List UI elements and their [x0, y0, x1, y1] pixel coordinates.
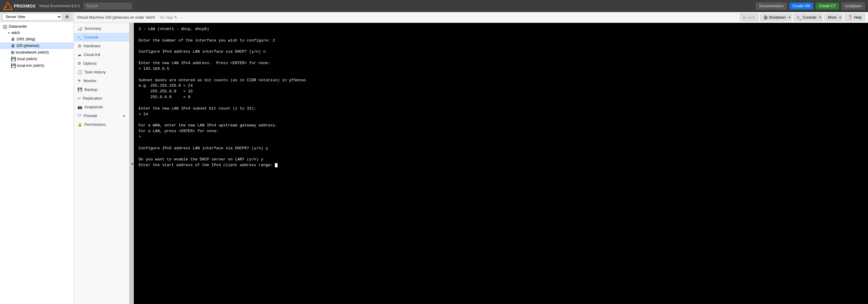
- more-dropdown-arrow[interactable]: ▾: [838, 14, 843, 21]
- console-label: Console: [803, 15, 816, 20]
- vm-icon-100: 🖥: [11, 43, 15, 48]
- nav-item-console[interactable]: >_ Console: [74, 33, 129, 41]
- tree-item-local[interactable]: 💾 local (witch): [0, 56, 73, 62]
- start-button[interactable]: ▶ Start: [740, 13, 758, 21]
- local-lvm-label: local-lvm (witch): [17, 64, 44, 68]
- nav-item-replication[interactable]: ↩ Replication: [74, 94, 129, 103]
- shutdown-icon: ⏻: [764, 15, 768, 20]
- firewall-chevron: ▶: [123, 114, 126, 117]
- vm-100-label: 100 (pfsense): [16, 44, 39, 48]
- documentation-button[interactable]: Documentation: [756, 2, 787, 10]
- shutdown-dropdown-arrow[interactable]: ▾: [787, 14, 792, 21]
- nav-item-monitor[interactable]: 👁 Monitor: [74, 76, 129, 85]
- replication-icon: ↩: [78, 96, 81, 101]
- nav-item-permissions[interactable]: 🔒 Permissions: [74, 120, 129, 129]
- permissions-icon: 🔒: [78, 122, 82, 127]
- task-history-label: Task History: [84, 70, 106, 74]
- firewall-icon: 🛡: [78, 113, 82, 118]
- tags-label: No Tags: [160, 15, 173, 20]
- cloudinit-icon: ☁: [78, 53, 82, 57]
- left-panel: Server View ⚙ 🏢 Datacenter ▼ witch 🖥 100…: [0, 12, 74, 304]
- snapshots-icon: 📷: [78, 105, 82, 109]
- nav-item-cloudinit[interactable]: ☁ Cloud-Init: [74, 50, 129, 59]
- tree-item-witch[interactable]: ▼ witch: [0, 30, 73, 36]
- side-nav: 📊 Summary >_ Console 🖥 Hardware ☁ Cloud-…: [74, 23, 130, 304]
- nav-item-backup[interactable]: 💾 Backup: [74, 85, 129, 94]
- local-lvm-icon: 💾: [11, 63, 16, 68]
- console-collapse-toggle[interactable]: ◀: [130, 23, 134, 304]
- console-nav-label: Console: [84, 35, 98, 39]
- resource-tree: 🏢 Datacenter ▼ witch 🖥 1001 (blog) 🖥 100…: [0, 22, 73, 304]
- create-ct-button[interactable]: Create CT: [815, 2, 839, 10]
- user-button[interactable]: root@pam: [841, 2, 865, 10]
- logo: P PROXMOX Virtual Environment 8.0.3: [3, 2, 80, 10]
- snapshots-label: Snapshots: [84, 105, 103, 109]
- svg-text:P: P: [5, 6, 7, 9]
- localnetwork-icon: ⊞: [11, 50, 14, 55]
- app-name: PROXMOX: [14, 4, 36, 8]
- topbar: P PROXMOX Virtual Environment 8.0.3 Docu…: [0, 0, 868, 12]
- tree-item-local-lvm[interactable]: 💾 local-lvm (witch): [0, 62, 73, 69]
- proxmox-logo-icon: P: [3, 2, 13, 10]
- help-label: Help: [854, 15, 862, 20]
- datacenter-icon: 🏢: [2, 24, 7, 29]
- create-vm-button[interactable]: Create VM: [789, 2, 813, 10]
- options-icon: ⚙: [78, 61, 81, 66]
- local-label: local (witch): [17, 57, 37, 61]
- more-group: More ▾: [825, 14, 843, 21]
- summary-label: Summary: [84, 26, 101, 31]
- console-dropdown-arrow[interactable]: ▾: [818, 14, 823, 21]
- content-area: 📊 Summary >_ Console 🖥 Hardware ☁ Cloud-…: [74, 23, 868, 304]
- search-input[interactable]: [84, 3, 132, 9]
- tree-item-localnetwork[interactable]: ⊞ localnetwork (witch): [0, 49, 73, 56]
- nav-item-snapshots[interactable]: 📷 Snapshots: [74, 103, 129, 111]
- server-view-select[interactable]: Server View: [2, 13, 62, 21]
- task-history-icon: 📋: [78, 70, 82, 74]
- vm-1001-label: 1001 (blog): [16, 37, 35, 41]
- vm-toolbar: Virtual Machine 100 (pfsense) on node 'w…: [74, 12, 868, 23]
- help-button[interactable]: ❓ Help: [844, 13, 865, 21]
- tree-item-1001[interactable]: 🖥 1001 (blog): [0, 36, 73, 42]
- summary-icon: 📊: [78, 26, 82, 31]
- tree-item-datacenter[interactable]: 🏢 Datacenter: [0, 23, 73, 30]
- tree-item-100[interactable]: 🖥 100 (pfsense): [0, 42, 73, 49]
- nav-item-hardware[interactable]: 🖥 Hardware: [74, 41, 129, 50]
- datacenter-label: Datacenter: [9, 24, 27, 29]
- help-icon: ❓: [848, 15, 852, 20]
- nav-item-summary[interactable]: 📊 Summary: [74, 24, 129, 33]
- firewall-label: Firewall: [84, 113, 97, 118]
- options-label: Options: [83, 61, 97, 66]
- localnetwork-label: localnetwork (witch): [16, 50, 49, 55]
- version-label: Virtual Environment 8.0.3: [39, 4, 80, 8]
- svg-marker-0: [4, 2, 12, 10]
- console-button[interactable]: >_ Console: [794, 14, 818, 21]
- permissions-label: Permissions: [84, 122, 106, 127]
- shutdown-label: Shutdown: [769, 15, 786, 20]
- nav-item-task-history[interactable]: 📋 Task History: [74, 68, 129, 76]
- console-nav-icon: >_: [78, 35, 82, 39]
- witch-label: witch: [11, 31, 20, 35]
- nav-item-options[interactable]: ⚙ Options: [74, 59, 129, 68]
- shutdown-group: ⏻ Shutdown ▾: [761, 14, 792, 21]
- tags-area: No Tags ✎: [160, 15, 177, 20]
- local-icon: 💾: [11, 57, 16, 61]
- gear-button[interactable]: ⚙: [63, 13, 71, 21]
- main-layout: Server View ⚙ 🏢 Datacenter ▼ witch 🖥 100…: [0, 12, 868, 304]
- console-output[interactable]: 2 - LAN (vtnet1 - dhcp, dhcp6) Enter the…: [134, 23, 868, 304]
- shutdown-button[interactable]: ⏻ Shutdown: [761, 14, 787, 21]
- edit-tags-icon[interactable]: ✎: [174, 15, 177, 20]
- cloudinit-label: Cloud-Init: [84, 53, 100, 57]
- console-icon: >_: [797, 15, 801, 20]
- hardware-label: Hardware: [84, 44, 100, 48]
- server-view-bar: Server View ⚙: [0, 12, 73, 22]
- console-group: >_ Console ▾: [794, 14, 823, 21]
- monitor-icon: 👁: [78, 78, 82, 83]
- nav-item-firewall[interactable]: 🛡 Firewall ▶: [74, 111, 129, 120]
- vm-icon-1001: 🖥: [11, 37, 15, 41]
- start-icon: ▶: [743, 15, 746, 20]
- center-panel: Virtual Machine 100 (pfsense) on node 'w…: [74, 12, 868, 304]
- expand-arrow: ▼: [7, 31, 10, 35]
- vm-title: Virtual Machine 100 (pfsense) on node 'w…: [77, 15, 156, 20]
- more-button[interactable]: More: [825, 14, 838, 21]
- monitor-label: Monitor: [84, 78, 96, 83]
